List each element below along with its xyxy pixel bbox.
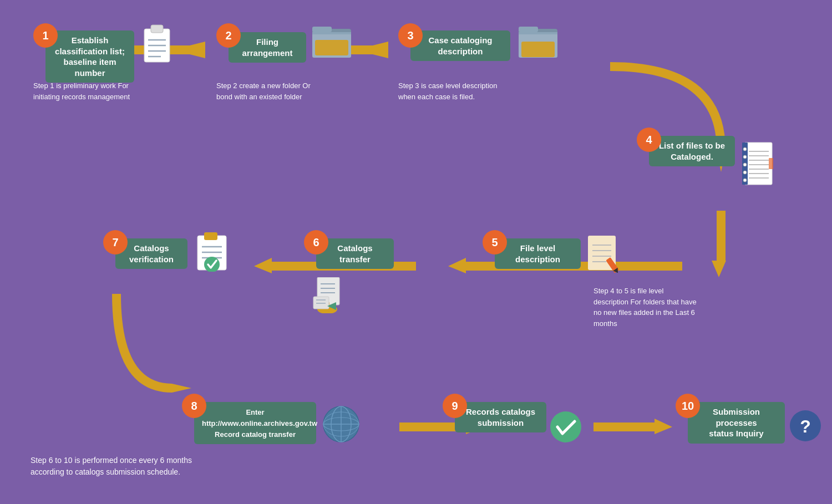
svg-point-29 <box>743 163 747 166</box>
svg-rect-32 <box>769 158 773 169</box>
arrow-9-10-head <box>655 419 672 434</box>
step-10-circle: 10 <box>676 394 700 418</box>
step-1-box: Establish classification list; baseline … <box>45 30 134 83</box>
arrow-6-7-head <box>254 258 272 273</box>
step-3-box: Case cataloging description <box>410 30 510 61</box>
svg-point-55 <box>204 257 220 272</box>
clipboard-icon-1 <box>140 23 174 65</box>
clipboard-check-icon-7 <box>193 230 231 272</box>
step-10-box: Submission processes status Inquiry <box>688 402 785 444</box>
arrow-7-8-head <box>172 384 191 393</box>
svg-rect-11 <box>312 32 351 34</box>
svg-text:?: ? <box>800 416 811 436</box>
step-2-desc: Step 2 create a new folder Or bond with … <box>216 80 333 102</box>
step-2-circle: 2 <box>216 23 241 48</box>
transfer-icon-6 <box>311 277 352 313</box>
step-5-box: File level description <box>495 238 581 269</box>
svg-point-62 <box>550 411 581 442</box>
svg-rect-2 <box>151 25 163 33</box>
step-5-circle: 5 <box>483 230 507 254</box>
step-6-circle: 6 <box>304 230 328 254</box>
notebook-icon-4 <box>738 141 774 186</box>
svg-rect-51 <box>204 232 217 240</box>
step-9-box: Records catalogs submission <box>455 402 546 432</box>
folder-icon-3 <box>516 17 560 58</box>
document-icon-5 <box>585 233 627 274</box>
arrow-line-4-5 <box>717 211 726 261</box>
step-1-circle: 1 <box>33 23 58 48</box>
folder-icon-2 <box>310 17 354 58</box>
svg-rect-16 <box>519 32 557 34</box>
arrow-7-8 <box>116 294 172 388</box>
step-3-desc: Step 3 is case level description when ea… <box>398 80 531 102</box>
arrow-line-9-10 <box>593 422 655 431</box>
step-8-box: Enter http://www.online.archives.gov.tw … <box>194 402 316 444</box>
step-5-desc: Step 4 to 5 is file level description Fo… <box>593 286 727 329</box>
check-icon-9 <box>549 410 582 444</box>
svg-point-28 <box>743 155 747 159</box>
step-3-circle: 3 <box>398 23 423 48</box>
globe-icon-8 <box>322 405 361 444</box>
svg-rect-46 <box>313 297 329 309</box>
svg-rect-12 <box>315 40 348 55</box>
svg-point-30 <box>743 171 747 174</box>
svg-point-27 <box>743 147 747 151</box>
svg-rect-17 <box>521 42 555 57</box>
step-1-desc: Step 1 is preliminary work For initiatin… <box>33 80 150 102</box>
step-4-box: List of files to be Cataloged. <box>649 136 735 166</box>
step-8-circle: 8 <box>182 394 206 418</box>
footer-desc: Step 6 to 10 is performed once every 6 m… <box>31 455 230 478</box>
step-7-circle: 7 <box>103 230 128 254</box>
arrow-4-5-head <box>712 261 726 277</box>
step-9-circle: 9 <box>443 394 467 418</box>
step-4-circle: 4 <box>637 128 661 152</box>
arrow-5-6-head <box>448 258 466 273</box>
question-icon-10: ? <box>789 409 822 442</box>
svg-rect-9 <box>312 27 332 32</box>
svg-rect-14 <box>519 27 538 32</box>
svg-point-31 <box>743 179 747 182</box>
